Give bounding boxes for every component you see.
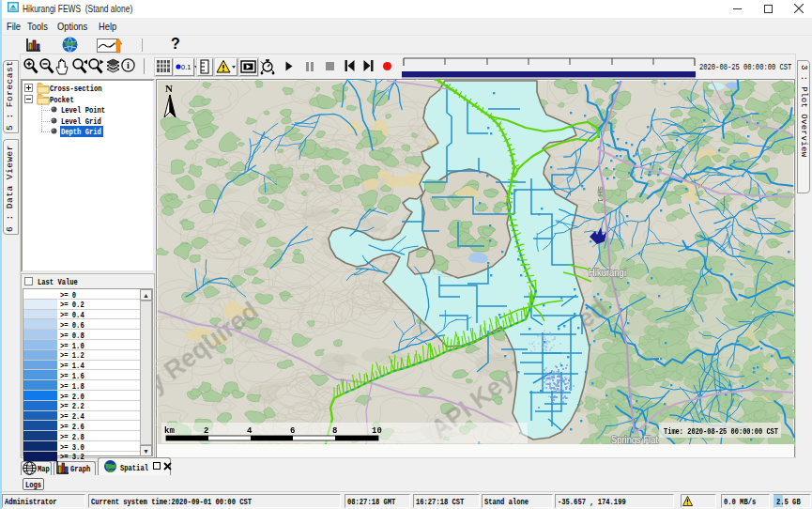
svg-text:0.1: 0.1 — [181, 63, 191, 71]
svg-text:4: 4 — [247, 426, 253, 436]
svg-text:6: 6 — [290, 426, 295, 436]
svg-text:Hikurangi: Hikurangi — [589, 268, 626, 278]
svg-text:8: 8 — [332, 426, 337, 436]
svg-text:10: 10 — [372, 426, 382, 436]
svg-text:i: i — [127, 60, 130, 70]
svg-text:Springs Flat: Springs Flat — [611, 435, 658, 445]
svg-text:Time: 2020-08-25 00:00:00 CST: Time: 2020-08-25 00:00:00 CST — [664, 426, 778, 437]
svg-text:2: 2 — [204, 426, 208, 436]
svg-text:SH 1: SH 1 — [596, 186, 605, 203]
svg-text:N: N — [165, 83, 173, 94]
svg-text:km: km — [164, 426, 175, 436]
